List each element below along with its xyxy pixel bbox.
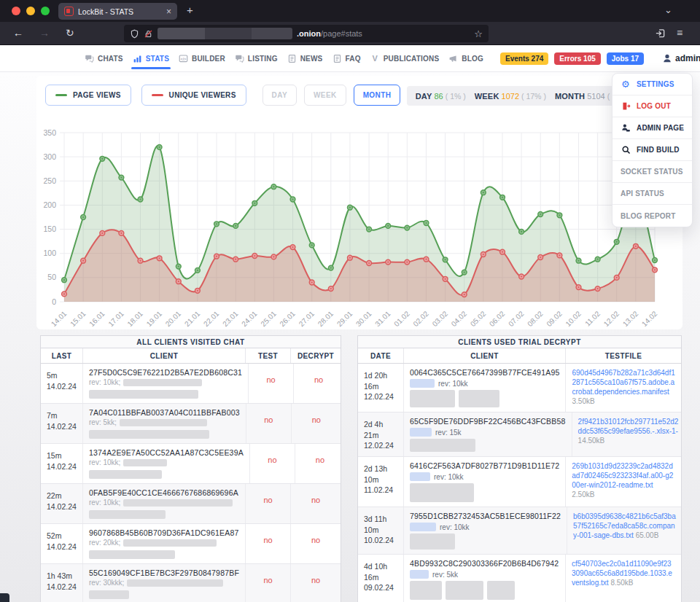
user-menu[interactable]: admin ▾ xyxy=(662,53,700,63)
redacted-text xyxy=(459,390,499,407)
jobs-badge[interactable]: Jobs 17 xyxy=(607,52,644,65)
table-row[interactable]: 1h 43m14.02.24 55C169049CF1BE7BC3F297B08… xyxy=(41,564,341,602)
table-row[interactable]: 1d 20h 16m12.02.24 0064C365C5CE76647399B… xyxy=(358,364,681,413)
svg-text:29.01: 29.01 xyxy=(335,309,354,328)
menu-item-settings[interactable]: ⚙ SETTINGS xyxy=(612,74,692,95)
maximize-window-button[interactable] xyxy=(41,7,50,15)
close-tab-icon[interactable]: × xyxy=(166,7,171,16)
redacted-chip xyxy=(410,428,432,437)
nav-item-publications[interactable]: V PUBLICATIONS xyxy=(370,54,440,63)
testfile-link[interactable]: b6b0395d9638c4821b6c5af3ba57f52165c7eda8… xyxy=(573,512,676,539)
svg-text:06.02: 06.02 xyxy=(488,309,507,328)
errors-badge[interactable]: Errors 105 xyxy=(554,52,600,65)
browser-toolbar: ← → ↻ .onion/page#stats ☆ ≡ xyxy=(0,22,700,45)
close-window-button[interactable] xyxy=(12,7,20,15)
menu-item-admin-page[interactable]: ADMIN PAGE xyxy=(612,117,692,139)
client-id: 7955D1CBB2732453AC5B1ECE98011F22 xyxy=(410,512,561,520)
testfile-link[interactable]: 2f9421b31012fcb297711e52d2ddc53f65c99efa… xyxy=(578,418,679,435)
builder-icon: </> xyxy=(179,54,188,63)
publications-icon: V xyxy=(370,54,380,63)
nav-item-faq[interactable]: FAQ xyxy=(332,54,361,63)
range-day-button[interactable]: DAY xyxy=(262,85,297,106)
page-views-toggle[interactable]: PAGE VIEWS xyxy=(45,85,131,106)
svg-text:11.02: 11.02 xyxy=(583,309,602,327)
table-row[interactable]: 2d 4h 21m12.02.24 65C5F9DE76DDF9BF22C456… xyxy=(358,413,681,457)
range-week-button[interactable]: WEEK xyxy=(304,85,346,106)
table-row[interactable]: 15m14.02.24 1374A2E9E7A50CC52AA1A87C3C5E… xyxy=(41,444,341,484)
table-row[interactable]: 4d 10h 16m09.02.24 4BD9932C8C290303366F2… xyxy=(358,555,681,602)
tab-title: LockBit - STATS xyxy=(78,7,162,16)
main-content: PAGE VIEWS UNIQUE VIEWERS DAY WEEK MONTH… xyxy=(0,72,700,602)
testfile-link[interactable]: 269b1031d9d23239c2ad4832dad7d02465c92323… xyxy=(572,462,673,489)
table-row[interactable]: 5m14.02.24 27F5D0C5C9E76221D2B5A7E2DB608… xyxy=(41,364,341,404)
range-month-button[interactable]: MONTH xyxy=(354,85,401,106)
table-row[interactable]: 7m14.02.24 7A04C011BBFAB0037A04C011BBFAB… xyxy=(41,404,341,444)
svg-text:200: 200 xyxy=(43,200,56,209)
redacted-text xyxy=(410,483,474,502)
events-badge[interactable]: Events 274 xyxy=(500,52,548,65)
svg-text:05.02: 05.02 xyxy=(469,309,488,328)
import-icon[interactable] xyxy=(655,28,666,39)
nav-item-listing[interactable]: LISTING xyxy=(235,54,278,63)
visited-table-title: ALL CLIENTS VISITED CHAT xyxy=(41,336,341,348)
url-text: .onion/page#stats xyxy=(297,29,362,38)
redacted-text xyxy=(410,533,455,550)
client-id: 6416C2F563A7DF8027B771D9B1D11E72 xyxy=(410,461,559,470)
menu-item-api-status[interactable]: API STATUS xyxy=(612,183,692,205)
menu-item-logout[interactable]: LOG OUT xyxy=(612,95,692,117)
svg-text:27.01: 27.01 xyxy=(298,309,316,328)
url-bar[interactable]: .onion/page#stats ☆ xyxy=(124,25,489,42)
unique-viewers-toggle[interactable]: UNIQUE VIEWERS xyxy=(141,85,246,106)
trial-table-header: DATE CLIENT TESTFILE xyxy=(358,348,681,364)
search-icon xyxy=(621,145,631,155)
faq-icon xyxy=(332,54,342,63)
site-navbar: CHATS STATS </> BUILDER LISTING NEWS FAQ… xyxy=(0,45,700,72)
svg-text:23.01: 23.01 xyxy=(221,309,240,328)
lockbit-favicon-icon xyxy=(64,7,74,16)
nav-item-chats[interactable]: CHATS xyxy=(85,54,123,63)
svg-text:19.01: 19.01 xyxy=(145,309,164,328)
reload-button[interactable]: ↻ xyxy=(66,26,74,39)
svg-text:21.01: 21.01 xyxy=(183,309,202,328)
menu-icon[interactable]: ≡ xyxy=(677,26,682,39)
browser-tab[interactable]: LockBit - STATS × xyxy=(58,3,177,20)
shield-icon[interactable] xyxy=(130,29,139,39)
chats-icon xyxy=(85,54,94,63)
testfile-link[interactable]: 690d45d4967b282a71c3d64df12871c565ca10a6… xyxy=(572,369,674,396)
username: admin xyxy=(675,53,700,63)
visited-table-header: LAST CLIENT TEST DECRYPT xyxy=(41,348,341,364)
table-row[interactable]: 22m14.02.24 0FAB5F9E40CC1CE4666767686869… xyxy=(41,484,341,524)
nav-item-builder[interactable]: </> BUILDER xyxy=(179,54,225,63)
redacted-text xyxy=(410,390,455,407)
status-badges: Events 274 Errors 105 Jobs 17 xyxy=(500,52,644,65)
table-row[interactable]: 3d 11h 10m10.02.24 7955D1CBB2732453AC5B1… xyxy=(358,507,681,555)
window-controls[interactable] xyxy=(12,7,50,15)
svg-text:22.01: 22.01 xyxy=(202,309,221,328)
client-id: 65C5F9DE76DDF9BF22C456BC43FCBB58 xyxy=(410,417,566,426)
bookmark-star-icon[interactable]: ☆ xyxy=(474,28,483,39)
user-dropdown-menu: ⚙ SETTINGS LOG OUT ADMIN PAGE FIND BUILD… xyxy=(612,73,693,227)
nav-item-news[interactable]: NEWS xyxy=(287,54,323,63)
client-id: 4BD9932C8C290303366F20B6B4D67942 xyxy=(410,559,559,568)
summary-week: WEEK1072( 17% ) xyxy=(475,92,546,101)
menu-item-find-build[interactable]: FIND BUILD xyxy=(612,139,692,161)
tab-list-chevron-icon[interactable]: ⌄ xyxy=(664,4,672,15)
svg-text:26.01: 26.01 xyxy=(278,309,297,328)
nav-item-blog[interactable]: BLOG xyxy=(448,54,483,63)
table-row[interactable]: 2d 13h 10m11.02.24 6416C2F563A7DF8027B77… xyxy=(358,457,681,507)
minimize-window-button[interactable] xyxy=(26,7,35,15)
nav-item-stats[interactable]: STATS xyxy=(133,54,169,63)
svg-text:12.02: 12.02 xyxy=(602,309,621,328)
menu-item-socket-status[interactable]: SOCKET STATUS xyxy=(612,161,692,183)
new-tab-button[interactable]: + xyxy=(187,4,193,16)
back-button[interactable]: ← xyxy=(13,26,23,39)
table-row[interactable]: 52m14.02.24 9607868B45B60B709D36FA1DC961… xyxy=(41,524,341,564)
forward-button[interactable]: → xyxy=(39,26,50,39)
user-icon xyxy=(662,53,672,63)
svg-text:25.01: 25.01 xyxy=(259,309,278,328)
svg-text:350: 350 xyxy=(43,128,56,137)
insecure-lock-icon[interactable] xyxy=(144,29,153,39)
summary-day: DAY86( 1% ) xyxy=(416,92,466,101)
menu-item-blog-report[interactable]: BLOG REPORT xyxy=(612,205,692,227)
svg-text:20.01: 20.01 xyxy=(164,309,183,328)
